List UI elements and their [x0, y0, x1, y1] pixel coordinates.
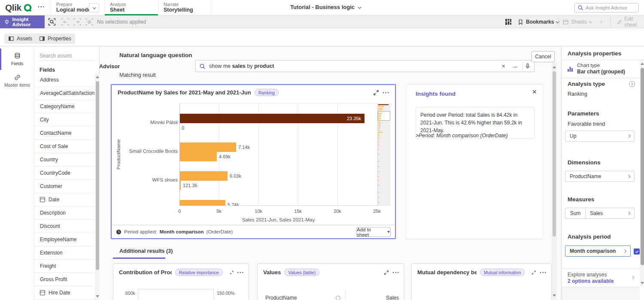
scrollbar-thumb[interactable] — [553, 71, 556, 236]
assets-toggle-button[interactable]: Assets — [4, 33, 36, 44]
table-column-sales[interactable]: Sales — [386, 295, 399, 300]
explore-analyses-label: Explore analyses — [568, 272, 607, 278]
next-sheet-arrow[interactable]: › — [600, 18, 602, 25]
scroll-down-arrow[interactable] — [96, 295, 99, 297]
sheets-button[interactable]: Sheets — [562, 15, 592, 28]
add-to-sheet-button[interactable]: Add to sheet — [356, 227, 391, 237]
ask-insight-advisor-input[interactable] — [586, 5, 633, 10]
expand-icon[interactable] — [373, 90, 379, 96]
minimap-bar — [378, 130, 380, 131]
scroll-up-arrow[interactable] — [641, 63, 644, 65]
bar-chart-plot-area[interactable]: 23.35k07.14k4.69k6.03k121.365.74k — [179, 103, 377, 206]
chart-bar[interactable] — [180, 200, 225, 206]
measure-button[interactable]: Sum Sales — [565, 208, 635, 219]
card-menu-icon[interactable]: ··· — [237, 269, 244, 276]
scrollbar[interactable] — [640, 60, 644, 287]
prepare-dropdown-button[interactable] — [89, 3, 99, 12]
field-item-gross-profit[interactable]: Gross Profit — [34, 273, 95, 286]
chart-bar[interactable] — [180, 171, 228, 181]
expand-icon[interactable] — [384, 270, 389, 275]
nlq-search-bar[interactable]: show me sales by product × → — [195, 60, 535, 72]
rail-item-fields[interactable]: Fields — [0, 48, 34, 70]
field-item-countrycode[interactable]: CountryCode — [34, 167, 95, 180]
tab-narrate[interactable]: Narrate Storytelling — [158, 0, 211, 15]
clear-selections-icon[interactable] — [85, 18, 94, 26]
app-title-menu[interactable]: Tutorial - Business logic — [290, 4, 361, 10]
scroll-up-arrow[interactable] — [553, 66, 556, 68]
analysis-period-button[interactable]: Month comparison — [565, 245, 631, 257]
explore-analyses-row[interactable]: Explore analyses 2 options available — [562, 268, 640, 287]
selections-search-icon[interactable] — [48, 18, 56, 26]
global-menu-button[interactable]: ··· — [38, 3, 45, 10]
insight-advisor-button[interactable]: Insight Advisor — [0, 15, 45, 28]
panel-right-icon — [39, 36, 45, 42]
tab-analyze[interactable]: Analyze Sheet — [104, 0, 158, 15]
chart-minimap[interactable] — [377, 103, 390, 206]
minimap-bar — [378, 149, 379, 150]
scrollbar[interactable] — [552, 63, 557, 300]
add-to-sheet-label: Add to sheet — [357, 227, 384, 237]
expand-icon[interactable] — [532, 270, 536, 275]
step-back-icon[interactable] — [61, 18, 70, 26]
field-item-discount[interactable]: Discount — [34, 220, 95, 233]
scrollbar-thumb[interactable] — [641, 68, 644, 265]
field-item-country[interactable]: Country — [34, 153, 95, 167]
scroll-down-arrow[interactable] — [553, 294, 556, 297]
column-search-icon[interactable] — [336, 296, 340, 300]
tab-additional-results[interactable]: Additional results (3) — [119, 248, 173, 254]
chart-bar[interactable] — [180, 152, 217, 161]
matching-result-chart-card[interactable]: ProductName by Sales for 2021-May and 20… — [111, 84, 396, 239]
chart-type-row[interactable]: Chart type Bar chart (grouped) — [562, 60, 640, 78]
chart-bar[interactable] — [180, 142, 236, 152]
submit-query-arrow-icon[interactable]: → — [509, 62, 521, 70]
additional-card-contribution[interactable]: Contribution of Product... Relative impo… — [113, 264, 249, 300]
nlq-query-text[interactable]: show me sales by product — [206, 63, 498, 69]
previous-sheet-arrow[interactable]: ‹ — [589, 18, 591, 25]
additional-card-mutual-dependency[interactable]: Mutual dependency bet... Mutual informat… — [411, 264, 552, 300]
microphone-icon[interactable] — [525, 63, 531, 69]
field-item-contactname[interactable]: ContactName — [34, 127, 95, 140]
field-item-freight[interactable]: Freight — [34, 260, 95, 273]
additional-card-values-table[interactable]: Values Values (table) ··· ProductName Sa… — [257, 264, 404, 300]
field-item-extension[interactable]: Extension — [34, 246, 95, 260]
scrollbar-thumb[interactable] — [96, 81, 99, 270]
search-assets-input[interactable] — [39, 51, 94, 61]
card-menu-icon[interactable]: ··· — [392, 269, 400, 276]
app-objects-grid-icon[interactable] — [504, 18, 513, 26]
ask-insight-advisor-search[interactable] — [574, 3, 639, 12]
expand-icon[interactable] — [230, 270, 234, 275]
cancel-button[interactable]: Cancel — [532, 51, 555, 62]
field-item-averagecallsatisfaction[interactable]: AverageCallSatisfaction — [34, 87, 95, 100]
bookmarks-button[interactable]: Bookmarks — [517, 15, 559, 28]
field-item-customer[interactable]: Customer — [34, 180, 95, 193]
qlik-logo[interactable]: Qlik — [5, 3, 32, 13]
measure-aggregation[interactable]: Sum — [565, 208, 586, 218]
field-item-employeename[interactable]: EmployeeName — [34, 233, 95, 246]
field-item-description[interactable]: Description — [34, 206, 95, 220]
field-item-address[interactable]: Address — [34, 73, 95, 87]
chart-menu-icon[interactable]: ··· — [383, 89, 390, 96]
field-item-categoryname[interactable]: CategoryName — [34, 100, 95, 113]
clear-query-icon[interactable]: × — [498, 63, 509, 70]
field-item-hire-date[interactable]: Hire Date — [34, 286, 95, 300]
field-item-city[interactable]: City — [34, 113, 95, 127]
scroll-up-arrow[interactable] — [96, 76, 99, 78]
scroll-down-arrow[interactable] — [641, 282, 644, 284]
analysis-period-checkbox[interactable] — [634, 248, 640, 255]
close-icon[interactable]: × — [532, 88, 537, 96]
rail-item-master-items[interactable]: Master items — [0, 70, 34, 91]
chart-bar[interactable] — [180, 181, 181, 190]
favorable-trend-button[interactable]: Up — [565, 130, 635, 142]
chart-bar[interactable] — [180, 114, 365, 123]
field-item-date[interactable]: Date — [34, 193, 95, 206]
edit-sheet-button[interactable]: Edit sheet — [617, 15, 644, 28]
minimap-bar — [378, 115, 381, 115]
help-icon[interactable]: ? — [629, 81, 635, 87]
step-forward-icon[interactable] — [73, 18, 82, 26]
scrollbar[interactable] — [95, 73, 100, 300]
field-item-cost-of-sale[interactable]: Cost of Sale — [34, 140, 95, 153]
card-menu-icon[interactable]: ··· — [540, 269, 547, 276]
dimension-button[interactable]: ProductName — [565, 171, 635, 182]
properties-toggle-button[interactable]: Properties — [35, 33, 75, 44]
table-column-productname[interactable]: ProductName — [265, 295, 297, 300]
